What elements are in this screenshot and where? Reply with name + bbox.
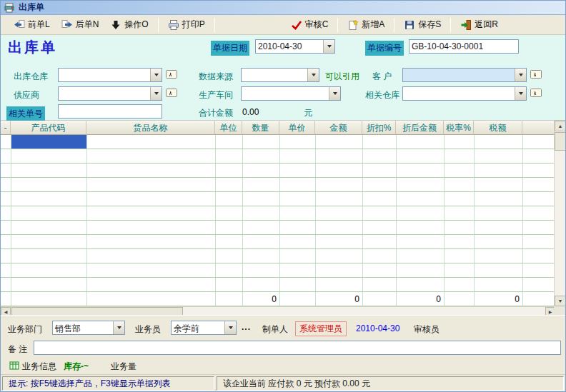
supplier-lookup-icon[interactable]: [165, 87, 178, 99]
audit-button[interactable]: 审核C: [285, 16, 334, 34]
window-icon: [4, 2, 15, 14]
vertical-scrollbar[interactable]: ▲ ▼: [554, 121, 565, 306]
col-header-tax-rate[interactable]: 税率%: [444, 121, 474, 135]
doc-date-combo[interactable]: 2010-04-30: [255, 39, 335, 54]
scroll-down-icon[interactable]: ▼: [555, 296, 566, 306]
col-header-discount[interactable]: 折扣%: [362, 121, 396, 135]
related-no-field[interactable]: [58, 104, 162, 119]
department-combo[interactable]: 销售部: [52, 321, 125, 335]
print-button[interactable]: 打印P: [162, 16, 211, 34]
save-label: 保存S: [418, 19, 441, 31]
customer-combo[interactable]: [402, 68, 527, 82]
salesman-combo[interactable]: 余学前: [171, 321, 237, 335]
status-bar: 提示: 按F5键选择产品，F3键显示单据列表 该企业当前 应付款 0 元 预付款…: [1, 374, 565, 391]
toolbar-separator: [214, 18, 215, 32]
workshop-label: 生产车间: [199, 89, 233, 101]
col-header-goods-name[interactable]: 货品名称: [86, 121, 215, 135]
grid-header-row: - 产品代码 货品名称 单位 数量 单价 金额 折扣% 折后金额 税率% 税额: [1, 121, 555, 135]
status-finance: 该企业当前 应付款 0 元 预付款 0.00 元: [217, 376, 564, 391]
col-header-tax-amount[interactable]: 税额: [474, 121, 522, 135]
related-warehouse-lookup-icon[interactable]: [530, 87, 542, 99]
horizontal-scrollbar[interactable]: ◀ ▶: [1, 306, 555, 315]
maker-date: 2010-04-30: [356, 323, 399, 333]
scrollbar-corner: [554, 306, 565, 315]
grid-row[interactable]: [1, 178, 555, 192]
grid-row[interactable]: [1, 278, 555, 292]
data-source-combo[interactable]: [241, 68, 319, 82]
selected-cell[interactable]: [11, 135, 86, 149]
grid-body[interactable]: 0 0 0 0: [1, 135, 555, 306]
related-warehouse-combo[interactable]: [402, 86, 527, 101]
grid-row[interactable]: [1, 263, 555, 278]
return-button[interactable]: 返回R: [455, 16, 504, 34]
workshop-combo[interactable]: [241, 86, 341, 101]
total-amount: 0: [315, 294, 359, 304]
data-source-dropdown-icon[interactable]: [307, 69, 319, 81]
stock-link[interactable]: 库存-~: [64, 361, 89, 373]
salesman-label: 业务员: [135, 323, 161, 336]
titlebar: 出库单: [1, 1, 565, 15]
biz-info-label[interactable]: 业务信息: [22, 361, 56, 373]
grid-row[interactable]: [1, 249, 555, 263]
customer-label: 客 户: [372, 71, 392, 83]
save-button[interactable]: 保存S: [398, 16, 447, 34]
total-amount-label: 合计金额: [199, 107, 233, 119]
prev-doc-button[interactable]: 前单L: [8, 16, 56, 34]
related-warehouse-dropdown-icon[interactable]: [515, 87, 526, 100]
grid-row[interactable]: [1, 164, 555, 178]
out-warehouse-combo[interactable]: [58, 68, 162, 82]
department-dropdown-icon[interactable]: [113, 321, 124, 334]
next-doc-label: 后单N: [76, 19, 99, 31]
col-header-quantity[interactable]: 数量: [242, 121, 279, 135]
status-hint: 提示: 按F5键选择产品，F3键显示单据列表: [2, 376, 214, 391]
remark-field[interactable]: [34, 341, 561, 355]
grid-row[interactable]: [1, 149, 555, 164]
workshop-dropdown-icon[interactable]: [329, 87, 340, 100]
total-quantity: 0: [242, 294, 277, 304]
out-warehouse-label: 出库仓库: [14, 71, 48, 83]
out-warehouse-lookup-icon[interactable]: [165, 69, 178, 80]
maker-value[interactable]: 系统管理员: [295, 321, 347, 336]
doc-no-field[interactable]: GB-10-04-30-0001: [409, 39, 519, 54]
related-no-label: 相关单号: [6, 106, 45, 121]
supplier-combo[interactable]: [58, 86, 162, 101]
col-header-unit-price[interactable]: 单价: [279, 121, 315, 135]
customer-lookup-icon[interactable]: [530, 69, 542, 80]
biz-info-icon: [9, 361, 19, 371]
grid-row[interactable]: [1, 206, 555, 221]
new-button[interactable]: 新增A: [342, 16, 390, 34]
grid-row[interactable]: [1, 221, 555, 235]
doc-date-dropdown-icon[interactable]: [323, 40, 334, 53]
vertical-scroll-thumb[interactable]: [555, 132, 566, 151]
total-amount-unit: 元: [304, 107, 312, 119]
operate-button[interactable]: 操作O: [104, 16, 154, 34]
biz-volume-label[interactable]: 业务量: [111, 361, 136, 373]
items-grid: - 产品代码 货品名称 单位 数量 单价 金额 折扣% 折后金额 税率% 税额: [1, 121, 565, 315]
grid-row[interactable]: [1, 192, 555, 206]
salesman-dropdown-icon[interactable]: [224, 321, 236, 334]
salesman-value: 余学前: [174, 323, 199, 335]
col-header-product-code[interactable]: 产品代码: [11, 121, 86, 135]
supplier-dropdown-icon[interactable]: [150, 87, 162, 100]
customer-dropdown-icon[interactable]: [515, 69, 526, 81]
print-label: 打印P: [182, 19, 205, 31]
col-header-unit[interactable]: 单位: [215, 121, 242, 135]
scroll-up-icon[interactable]: ▲: [555, 121, 566, 131]
print-icon: [168, 19, 179, 31]
more-button[interactable]: ...: [242, 322, 251, 332]
department-label: 业务部门: [8, 323, 42, 336]
next-doc-icon: [61, 19, 73, 31]
col-header-indicator[interactable]: -: [1, 121, 11, 135]
doc-no-label: 单据编号: [365, 41, 404, 56]
out-warehouse-dropdown-icon[interactable]: [150, 69, 162, 81]
next-doc-button[interactable]: 后单N: [56, 16, 105, 34]
app-window: 出库单 前单L 后单N 操作O 打印P 审核C 新增A: [0, 0, 566, 392]
remark-label: 备 注: [8, 343, 27, 356]
col-header-amount-after-discount[interactable]: 折后金额: [396, 121, 444, 135]
grid-row[interactable]: [1, 235, 555, 249]
return-label: 返回R: [475, 19, 498, 31]
auditor-label: 审核员: [414, 323, 440, 336]
form-title: 出库单: [8, 38, 57, 57]
grid-totals-row: 0 0 0 0: [1, 292, 555, 306]
col-header-amount[interactable]: 金额: [315, 121, 362, 135]
